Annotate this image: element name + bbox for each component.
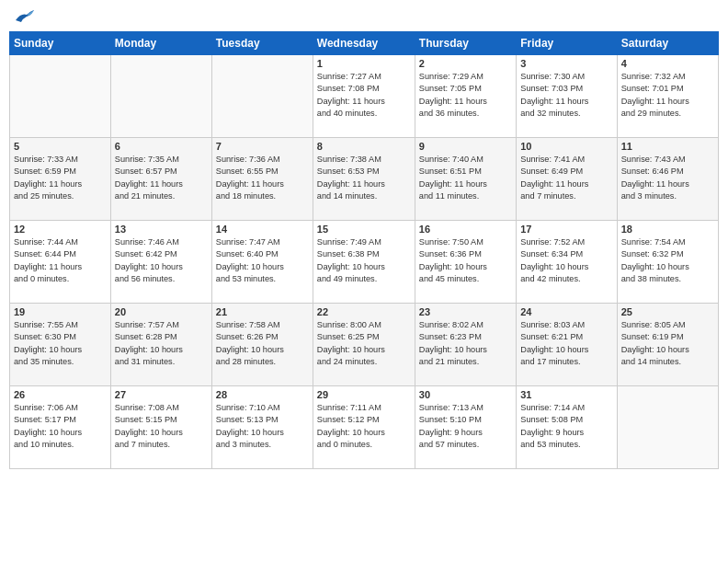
calendar-cell — [617, 386, 718, 469]
calendar-week-2: 5Sunrise: 7:33 AM Sunset: 6:59 PM Daylig… — [10, 138, 719, 221]
day-info: Sunrise: 7:06 AM Sunset: 5:17 PM Dayligh… — [14, 402, 107, 451]
calendar-cell: 6Sunrise: 7:35 AM Sunset: 6:57 PM Daylig… — [110, 138, 211, 221]
day-info: Sunrise: 7:30 AM Sunset: 7:03 PM Dayligh… — [520, 71, 612, 120]
calendar-cell: 20Sunrise: 7:57 AM Sunset: 6:28 PM Dayli… — [110, 304, 211, 386]
day-info: Sunrise: 8:02 AM Sunset: 6:23 PM Dayligh… — [419, 319, 512, 368]
day-number: 22 — [317, 306, 411, 317]
calendar-cell: 29Sunrise: 7:11 AM Sunset: 5:12 PM Dayli… — [313, 386, 415, 469]
calendar-cell: 8Sunrise: 7:38 AM Sunset: 6:53 PM Daylig… — [313, 138, 415, 221]
day-number: 9 — [419, 141, 512, 152]
day-info: Sunrise: 7:54 AM Sunset: 6:32 PM Dayligh… — [621, 236, 714, 285]
calendar-cell: 12Sunrise: 7:44 AM Sunset: 6:44 PM Dayli… — [10, 221, 111, 304]
day-number: 2 — [419, 58, 512, 69]
day-info: Sunrise: 7:43 AM Sunset: 6:46 PM Dayligh… — [621, 154, 714, 202]
day-info: Sunrise: 7:52 AM Sunset: 6:34 PM Dayligh… — [520, 236, 612, 285]
calendar-cell — [211, 55, 313, 138]
calendar-cell: 17Sunrise: 7:52 AM Sunset: 6:34 PM Dayli… — [517, 221, 617, 304]
day-number: 24 — [520, 306, 612, 317]
calendar-table: SundayMondayTuesdayWednesdayThursdayFrid… — [9, 31, 719, 469]
calendar-cell: 11Sunrise: 7:43 AM Sunset: 6:46 PM Dayli… — [617, 138, 718, 221]
logo-bird-icon — [14, 9, 34, 24]
calendar-cell: 22Sunrise: 8:00 AM Sunset: 6:25 PM Dayli… — [313, 304, 415, 386]
day-info: Sunrise: 7:29 AM Sunset: 7:05 PM Dayligh… — [419, 71, 512, 120]
calendar-cell: 25Sunrise: 8:05 AM Sunset: 6:19 PM Dayli… — [617, 304, 718, 386]
weekday-header-saturday: Saturday — [617, 32, 718, 55]
calendar-week-1: 1Sunrise: 7:27 AM Sunset: 7:08 PM Daylig… — [10, 55, 719, 138]
day-number: 27 — [115, 389, 208, 400]
calendar-cell: 28Sunrise: 7:10 AM Sunset: 5:13 PM Dayli… — [211, 386, 313, 469]
day-number: 4 — [621, 58, 714, 69]
day-number: 1 — [317, 58, 411, 69]
calendar-cell: 16Sunrise: 7:50 AM Sunset: 6:36 PM Dayli… — [415, 221, 516, 304]
day-info: Sunrise: 7:41 AM Sunset: 6:49 PM Dayligh… — [520, 154, 612, 202]
day-number: 8 — [317, 141, 411, 152]
day-info: Sunrise: 8:05 AM Sunset: 6:19 PM Dayligh… — [621, 319, 714, 368]
day-info: Sunrise: 7:13 AM Sunset: 5:10 PM Dayligh… — [419, 402, 512, 451]
calendar-cell: 2Sunrise: 7:29 AM Sunset: 7:05 PM Daylig… — [415, 55, 516, 138]
calendar-cell: 31Sunrise: 7:14 AM Sunset: 5:08 PM Dayli… — [517, 386, 617, 469]
day-number: 15 — [317, 224, 411, 235]
calendar-cell: 3Sunrise: 7:30 AM Sunset: 7:03 PM Daylig… — [517, 55, 617, 138]
calendar-cell: 4Sunrise: 7:32 AM Sunset: 7:01 PM Daylig… — [617, 55, 718, 138]
weekday-header-tuesday: Tuesday — [211, 32, 313, 55]
day-number: 19 — [14, 306, 107, 317]
day-info: Sunrise: 7:10 AM Sunset: 5:13 PM Dayligh… — [216, 402, 309, 451]
calendar-cell: 27Sunrise: 7:08 AM Sunset: 5:15 PM Dayli… — [110, 386, 211, 469]
day-number: 20 — [115, 306, 208, 317]
calendar-cell: 21Sunrise: 7:58 AM Sunset: 6:26 PM Dayli… — [211, 304, 313, 386]
calendar-cell: 15Sunrise: 7:49 AM Sunset: 6:38 PM Dayli… — [313, 221, 415, 304]
calendar-cell: 26Sunrise: 7:06 AM Sunset: 5:17 PM Dayli… — [10, 386, 111, 469]
calendar-cell: 13Sunrise: 7:46 AM Sunset: 6:42 PM Dayli… — [110, 221, 211, 304]
day-number: 23 — [419, 306, 512, 317]
day-number: 30 — [419, 389, 512, 400]
calendar-cell: 7Sunrise: 7:36 AM Sunset: 6:55 PM Daylig… — [211, 138, 313, 221]
day-number: 11 — [621, 141, 714, 152]
day-info: Sunrise: 7:46 AM Sunset: 6:42 PM Dayligh… — [115, 236, 208, 285]
day-number: 26 — [14, 389, 107, 400]
calendar-cell: 10Sunrise: 7:41 AM Sunset: 6:49 PM Dayli… — [517, 138, 617, 221]
day-info: Sunrise: 7:27 AM Sunset: 7:08 PM Dayligh… — [317, 71, 411, 120]
day-info: Sunrise: 7:47 AM Sunset: 6:40 PM Dayligh… — [216, 236, 309, 285]
day-number: 18 — [621, 224, 714, 235]
day-number: 28 — [216, 389, 309, 400]
calendar-cell: 30Sunrise: 7:13 AM Sunset: 5:10 PM Dayli… — [415, 386, 516, 469]
day-info: Sunrise: 7:33 AM Sunset: 6:59 PM Dayligh… — [14, 154, 107, 202]
day-info: Sunrise: 7:49 AM Sunset: 6:38 PM Dayligh… — [317, 236, 411, 285]
day-number: 10 — [520, 141, 612, 152]
day-number: 31 — [520, 389, 612, 400]
day-info: Sunrise: 7:57 AM Sunset: 6:28 PM Dayligh… — [115, 319, 208, 368]
day-info: Sunrise: 8:00 AM Sunset: 6:25 PM Dayligh… — [317, 319, 411, 368]
day-number: 21 — [216, 306, 309, 317]
calendar-cell: 1Sunrise: 7:27 AM Sunset: 7:08 PM Daylig… — [313, 55, 415, 138]
day-number: 13 — [115, 224, 208, 235]
day-info: Sunrise: 7:44 AM Sunset: 6:44 PM Dayligh… — [14, 236, 107, 285]
logo — [13, 9, 34, 24]
day-info: Sunrise: 7:55 AM Sunset: 6:30 PM Dayligh… — [14, 319, 107, 368]
calendar-cell — [10, 55, 111, 138]
calendar-cell: 18Sunrise: 7:54 AM Sunset: 6:32 PM Dayli… — [617, 221, 718, 304]
day-number: 25 — [621, 306, 714, 317]
day-info: Sunrise: 7:58 AM Sunset: 6:26 PM Dayligh… — [216, 319, 309, 368]
calendar-header-row: SundayMondayTuesdayWednesdayThursdayFrid… — [10, 32, 719, 55]
calendar-cell: 19Sunrise: 7:55 AM Sunset: 6:30 PM Dayli… — [10, 304, 111, 386]
day-info: Sunrise: 7:08 AM Sunset: 5:15 PM Dayligh… — [115, 402, 208, 451]
day-number: 14 — [216, 224, 309, 235]
page-header — [9, 9, 719, 24]
day-info: Sunrise: 7:35 AM Sunset: 6:57 PM Dayligh… — [115, 154, 208, 202]
calendar-cell — [110, 55, 211, 138]
calendar-cell: 14Sunrise: 7:47 AM Sunset: 6:40 PM Dayli… — [211, 221, 313, 304]
weekday-header-sunday: Sunday — [10, 32, 111, 55]
day-info: Sunrise: 7:11 AM Sunset: 5:12 PM Dayligh… — [317, 402, 411, 451]
weekday-header-thursday: Thursday — [415, 32, 516, 55]
calendar-cell: 23Sunrise: 8:02 AM Sunset: 6:23 PM Dayli… — [415, 304, 516, 386]
weekday-header-friday: Friday — [517, 32, 617, 55]
calendar-week-5: 26Sunrise: 7:06 AM Sunset: 5:17 PM Dayli… — [10, 386, 719, 469]
day-number: 6 — [115, 141, 208, 152]
calendar-cell: 9Sunrise: 7:40 AM Sunset: 6:51 PM Daylig… — [415, 138, 516, 221]
day-number: 12 — [14, 224, 107, 235]
day-info: Sunrise: 7:36 AM Sunset: 6:55 PM Dayligh… — [216, 154, 309, 202]
weekday-header-wednesday: Wednesday — [313, 32, 415, 55]
day-info: Sunrise: 7:50 AM Sunset: 6:36 PM Dayligh… — [419, 236, 512, 285]
weekday-header-monday: Monday — [110, 32, 211, 55]
day-number: 29 — [317, 389, 411, 400]
